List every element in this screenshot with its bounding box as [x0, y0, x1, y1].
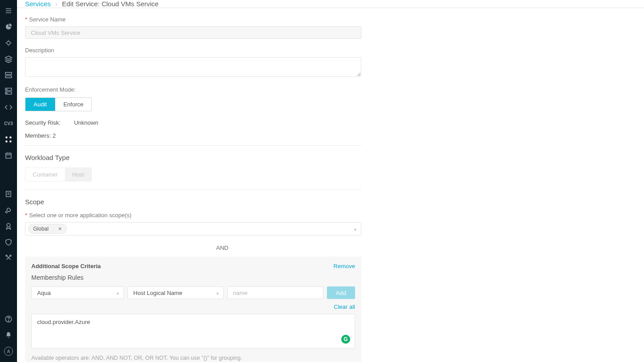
help-icon[interactable] — [0, 311, 17, 327]
chevron-down-icon: ▾ — [216, 291, 219, 296]
svg-rect-10 — [5, 76, 12, 78]
rule-add-button[interactable]: Add — [327, 286, 355, 299]
enforcement-audit-option[interactable]: Audit — [25, 98, 55, 111]
menu-toggle-icon[interactable] — [0, 3, 17, 19]
criteria-remove-link[interactable]: Remove — [334, 263, 355, 269]
svg-point-26 — [7, 223, 10, 227]
main-panel: Services › Edit Service: Cloud VMs Servi… — [17, 0, 644, 362]
svg-point-3 — [7, 41, 10, 45]
scope-tag-global: Global × — [28, 224, 67, 234]
scope-select-label: *Select one or more application scope(s) — [25, 212, 371, 219]
rule-value-input[interactable] — [227, 286, 323, 299]
scope-tag-label: Global — [33, 226, 49, 232]
workload-type-toggle: Container Host — [25, 168, 92, 181]
svg-point-15 — [5, 136, 8, 139]
chevron-down-icon: ▾ — [117, 291, 119, 296]
scope-joiner-and: AND — [25, 244, 361, 251]
service-name-label: *Service Name — [25, 16, 371, 23]
svg-point-18 — [9, 140, 12, 143]
enforcement-enforce-option[interactable]: Enforce — [55, 98, 92, 111]
services-icon[interactable] — [0, 131, 17, 147]
enforcement-mode-label: Enforcement Mode: — [25, 86, 371, 93]
security-risk-label: Security Risk: — [25, 119, 60, 126]
description-textarea[interactable] — [25, 57, 361, 77]
svg-point-17 — [5, 140, 8, 143]
enforcement-mode-toggle: Audit Enforce — [25, 97, 92, 111]
risk-icon[interactable] — [0, 35, 17, 51]
breadcrumb-separator-icon: › — [55, 0, 58, 8]
dashboard-icon[interactable] — [0, 19, 17, 35]
tools-icon[interactable] — [0, 250, 17, 266]
workloads-icon[interactable] — [0, 67, 17, 83]
rule-attribute-select[interactable]: Host Logical Name ▾ — [127, 286, 224, 299]
shield-icon[interactable] — [0, 234, 17, 250]
wrench-icon[interactable] — [0, 202, 17, 218]
svg-rect-19 — [6, 153, 11, 158]
svg-marker-8 — [5, 56, 12, 59]
svg-point-32 — [8, 320, 8, 321]
code-icon[interactable] — [0, 99, 17, 115]
scope-multiselect[interactable]: Global × ▾ — [25, 222, 361, 236]
scope-tag-remove-icon[interactable]: × — [59, 226, 62, 232]
chevron-down-icon: ▾ — [354, 227, 356, 232]
notifications-icon[interactable] — [0, 327, 17, 343]
members-count: 2 — [52, 132, 55, 139]
members-label: Members: 2 — [25, 132, 56, 139]
svg-point-14 — [7, 93, 8, 93]
svg-rect-9 — [5, 72, 12, 75]
cv3-icon[interactable]: CV3 — [0, 115, 17, 131]
policies-icon[interactable] — [0, 186, 17, 202]
left-nav-sidebar: CV3 A — [0, 0, 17, 362]
criteria-panel-title: Additional Scope Criteria — [31, 263, 101, 269]
membership-rules-title: Membership Rules — [31, 274, 355, 281]
security-risk-value: Unknown — [74, 119, 98, 126]
expression-textarea[interactable]: cloud.provider.Azure G — [31, 314, 355, 349]
layers-icon[interactable] — [0, 51, 17, 67]
workload-type-title: Workload Type — [25, 154, 371, 161]
service-name-input[interactable] — [25, 26, 361, 39]
rule-source-select[interactable]: Aqua ▾ — [31, 286, 124, 299]
breadcrumb: Services › Edit Service: Cloud VMs Servi… — [17, 0, 644, 8]
expression-value: cloud.provider.Azure — [37, 319, 90, 325]
breadcrumb-services-link[interactable]: Services — [25, 0, 51, 8]
description-label: Description — [25, 47, 371, 54]
svg-point-13 — [7, 89, 8, 90]
breadcrumb-current: Edit Service: Cloud VMs Service — [62, 0, 159, 8]
clear-all-link[interactable]: Clear all — [334, 303, 355, 310]
workload-host-option: Host — [65, 168, 91, 181]
operators-help-text: Available operators are: AND, AND NOT, O… — [31, 355, 355, 361]
grammarly-badge-icon: G — [341, 335, 350, 344]
additional-scope-criteria-panel: Additional Scope Criteria Remove Members… — [25, 257, 361, 362]
scope-title: Scope — [25, 198, 371, 206]
workload-container-option: Container — [25, 168, 65, 181]
svg-point-16 — [9, 136, 12, 139]
user-avatar[interactable]: A — [0, 343, 17, 359]
calendar-icon[interactable] — [0, 147, 17, 164]
servers-icon[interactable] — [0, 83, 17, 99]
award-icon[interactable] — [0, 218, 17, 234]
